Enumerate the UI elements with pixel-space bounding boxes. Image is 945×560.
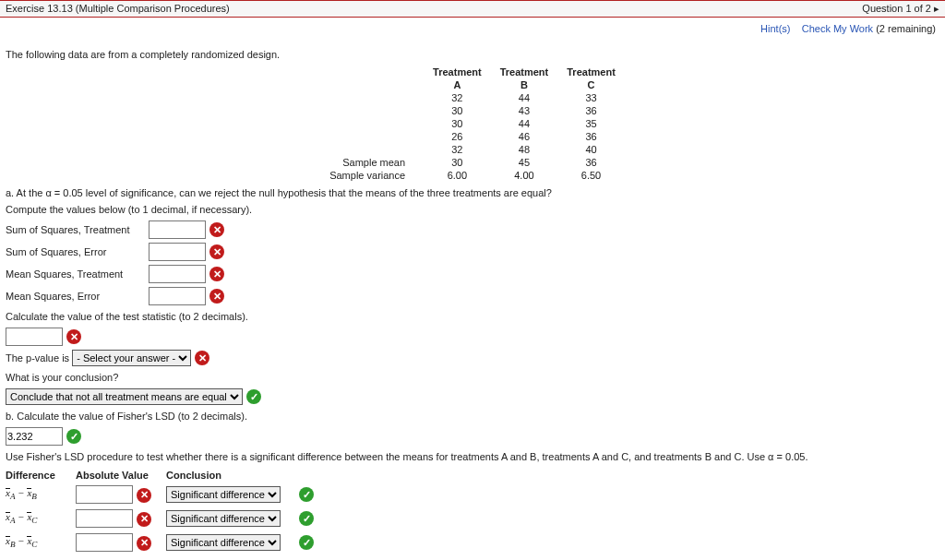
wrong-icon: ✕ <box>137 512 151 527</box>
wrong-icon: ✕ <box>209 267 224 281</box>
ms-error-label: Mean Squares, Error <box>6 291 149 302</box>
wrong-icon: ✕ <box>209 289 224 304</box>
correct-icon: ✓ <box>299 487 314 502</box>
table-row: xA − xC ✕ Significant difference ✓ <box>6 506 329 530</box>
exercise-header: Exercise 13.13 (Multiple Comparison Proc… <box>0 0 945 18</box>
ss-treatment-input[interactable] <box>149 220 206 239</box>
calc-f-instruction: Calculate the value of the test statisti… <box>6 311 939 322</box>
abs-bc-input[interactable] <box>76 533 133 552</box>
conclusion-select[interactable]: Conclude that not all treatment means ar… <box>6 388 243 405</box>
abs-ab-input[interactable] <box>76 485 133 504</box>
check-remaining: (2 remaining) <box>876 23 936 34</box>
table-row: xB − xC ✕ Significant difference ✓ <box>6 530 329 554</box>
exercise-title: Exercise 13.13 (Multiple Comparison Proc… <box>6 3 230 15</box>
question-indicator[interactable]: Question 1 of 2 ▸ <box>862 3 939 15</box>
correct-icon: ✓ <box>246 389 261 404</box>
wrong-icon: ✕ <box>209 244 224 259</box>
conclusion-table: Difference Absolute Value Conclusion xA … <box>6 468 329 554</box>
table-row: 304336 <box>320 104 625 117</box>
wrong-icon: ✕ <box>195 351 209 365</box>
pvalue-select[interactable]: - Select your answer - <box>72 350 191 366</box>
wrong-icon: ✕ <box>137 488 151 503</box>
use-lsd-text: Use Fisher's LSD procedure to test wheth… <box>6 451 939 462</box>
check-my-work-link[interactable]: Check My Work <box>802 23 873 34</box>
ss-error-label: Sum of Squares, Error <box>6 246 149 257</box>
col-b: B <box>491 78 558 91</box>
abs-ac-input[interactable] <box>76 509 133 528</box>
col-difference: Difference <box>6 468 76 483</box>
col-header-c: Treatment <box>557 66 625 78</box>
conclusion-question: What is your conclusion? <box>6 372 939 383</box>
data-table: Treatment Treatment Treatment A B C 3244… <box>320 66 625 182</box>
conc-bc-select[interactable]: Significant difference <box>166 534 281 551</box>
wrong-icon: ✕ <box>137 536 151 551</box>
table-row: 304435 <box>320 117 625 130</box>
variance-row: Sample variance6.004.006.50 <box>320 169 625 182</box>
question-a: a. At the α = 0.05 level of significance… <box>6 187 939 198</box>
ms-error-input[interactable] <box>149 287 206 305</box>
correct-icon: ✓ <box>299 535 314 550</box>
table-row: 324433 <box>320 91 625 104</box>
compute-instruction: Compute the values below (to 1 decimal, … <box>6 204 939 215</box>
col-header-b: Treatment <box>491 66 558 78</box>
conc-ab-select[interactable]: Significant difference <box>166 486 281 503</box>
col-absolute: Absolute Value <box>76 468 166 483</box>
col-header-a: Treatment <box>424 66 491 78</box>
intro-text: The following data are from a completely… <box>6 49 939 60</box>
table-row: 324840 <box>320 143 625 156</box>
wrong-icon: ✕ <box>66 329 81 344</box>
hints-row: Hint(s) Check My Work (2 remaining) <box>0 18 945 40</box>
ms-treatment-label: Mean Squares, Treatment <box>6 268 149 280</box>
ss-treatment-label: Sum of Squares, Treatment <box>6 224 149 235</box>
correct-icon: ✓ <box>299 511 314 526</box>
question-b: b. Calculate the value of Fisher's LSD (… <box>6 411 939 422</box>
test-statistic-input[interactable] <box>6 328 63 346</box>
col-c: C <box>557 78 625 91</box>
col-conclusion: Conclusion <box>166 468 295 483</box>
pvalue-label: The p-value is <box>6 352 69 363</box>
ms-treatment-input[interactable] <box>149 265 206 283</box>
table-row: 264636 <box>320 130 625 143</box>
correct-icon: ✓ <box>66 429 81 444</box>
col-a: A <box>424 78 491 91</box>
ss-error-input[interactable] <box>149 243 206 261</box>
conc-ac-select[interactable]: Significant difference <box>166 510 281 527</box>
hints-link[interactable]: Hint(s) <box>760 23 790 34</box>
mean-row: Sample mean304536 <box>320 156 625 169</box>
wrong-icon: ✕ <box>209 222 224 237</box>
lsd-input[interactable] <box>6 427 63 446</box>
table-row: xA − xB ✕ Significant difference ✓ <box>6 483 329 506</box>
